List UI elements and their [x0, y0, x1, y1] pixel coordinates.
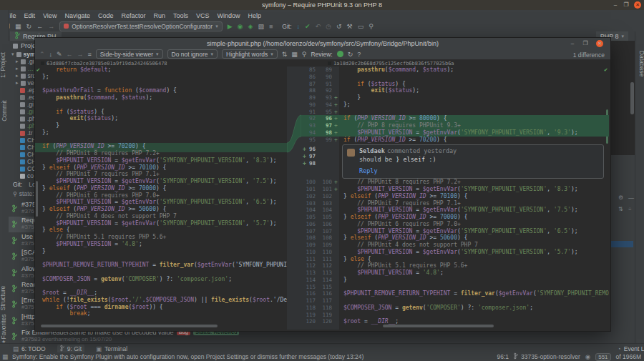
chevron-right-icon[interactable]: ▸ [16, 73, 19, 79]
run-anything-icon[interactable]: ▭ [358, 23, 364, 30]
viewer-select[interactable]: Side-by-side viewer▾ [96, 49, 163, 59]
chevron-down-icon[interactable]: ▾ [11, 51, 14, 57]
add-comment-icon[interactable]: + [334, 115, 338, 122]
run-configuration-select[interactable]: OptionsResolverTest.testResolveOptionCon… [59, 21, 223, 31]
add-comment-icon[interactable]: + [334, 129, 338, 137]
search-icon[interactable]: ⚲ [302, 51, 307, 58]
branch-widget[interactable]: 33735-option-resolver [514, 352, 580, 361]
tree-item[interactable]: .gi [20, 101, 34, 108]
refresh-icon[interactable]: ↻ [348, 51, 353, 58]
tree-item[interactable]: CH [20, 151, 36, 158]
chevron-right-icon[interactable]: ▸ [16, 80, 19, 86]
menu-item-code[interactable]: Code [98, 12, 114, 19]
notifications-icon[interactable]: ◉ [585, 353, 590, 360]
tree-item[interactable]: .ep [20, 86, 36, 94]
cursor-position[interactable]: 96:1 [497, 353, 509, 360]
save-icon[interactable]: ▦ [15, 23, 21, 30]
menu-item-refactor[interactable]: Refactor [121, 12, 145, 19]
reviewer-badge-icon[interactable] [337, 51, 343, 57]
run-icon[interactable]: ▶ [228, 23, 233, 30]
close-button[interactable]: × [634, 1, 641, 9]
add-comment-icon[interactable]: + [334, 137, 338, 144]
tree-item[interactable]: ▸ve [16, 79, 34, 86]
tool-tab-project[interactable]: 1: Project [0, 52, 6, 78]
tree-item[interactable]: CH [20, 158, 36, 165]
add-comment-icon[interactable]: + [334, 102, 338, 109]
tool-tab-structure[interactable]: Structure [0, 286, 6, 311]
menu-item-navigate[interactable]: Navigate [64, 12, 90, 19]
history-icon[interactable]: ◷ [326, 23, 331, 30]
menu-item-help[interactable]: Help [248, 12, 262, 19]
diff-minimize-button[interactable]: – [569, 40, 576, 47]
undo-icon[interactable]: ↺ [336, 23, 342, 30]
menu-item-edit[interactable]: Edit [24, 12, 36, 19]
minimize-button[interactable]: – [612, 1, 619, 9]
arrow-down-icon[interactable]: ↓ [49, 51, 53, 58]
collapse-icon[interactable]: ≡ [88, 51, 92, 58]
tree-item[interactable]: CH [20, 144, 36, 151]
highlight-select[interactable]: Highlight words▾ [222, 49, 278, 59]
memory-used[interactable]: 551 [595, 353, 610, 361]
tree-item[interactable]: .gi [20, 108, 34, 115]
expand-all-icon[interactable]: ⇅ [618, 206, 623, 212]
selected-log-row[interactable] [610, 241, 633, 247]
tree-item[interactable]: .ph [20, 122, 36, 129]
add-comment-icon[interactable]: + [334, 179, 338, 186]
arrow-left-icon[interactable]: ← [67, 51, 73, 58]
left-pane-hscrollbar[interactable] [41, 325, 218, 327]
back-icon[interactable]: ← [36, 23, 43, 30]
arrow-right-icon[interactable]: → [77, 51, 84, 58]
tree-item[interactable]: .tr [20, 129, 33, 137]
editor-scrollbar[interactable] [630, 82, 634, 114]
tool-tab-favorites[interactable]: Favorites [0, 315, 7, 340]
tree-item[interactable]: ▸.gi [16, 58, 34, 65]
diff-title-bar[interactable]: simple-phpunit.php (/home/lorenzo/dev/sy… [35, 38, 610, 49]
forward-icon[interactable]: → [48, 23, 54, 30]
add-comment-icon[interactable]: + [334, 94, 338, 102]
menu-item-tools[interactable]: Tools [173, 12, 188, 19]
chevron-down-icon[interactable]: ▾ [621, 34, 624, 39]
reply-link[interactable]: Reply [359, 167, 378, 174]
tool-window-terminal[interactable]: ▣ Terminal [96, 345, 127, 352]
stop-icon[interactable]: ■ [269, 23, 273, 30]
tool-tab-commit[interactable]: Commit [1, 100, 8, 121]
tool-tab-database[interactable]: Database [638, 51, 644, 76]
build-icon[interactable]: ⚒ [347, 23, 353, 30]
maximize-button[interactable]: ❐ [623, 1, 630, 9]
edit-icon[interactable]: ✎ [57, 51, 62, 58]
update-project-icon[interactable]: ↓ [297, 23, 301, 30]
sync-icon[interactable]: ↻ [26, 23, 32, 30]
profiler-icon[interactable]: ▧ [258, 23, 264, 30]
tree-item[interactable]: .ed [20, 94, 36, 101]
add-comment-icon[interactable]: + [334, 186, 338, 193]
help-icon[interactable]: ? [357, 51, 361, 58]
event-log-button[interactable]: ◔ Event Log [618, 345, 644, 352]
menu-item-vcs[interactable]: VCS [196, 12, 210, 19]
diff-close-button[interactable]: × [596, 40, 603, 47]
chevron-up-icon[interactable]: ⌃ [39, 51, 45, 58]
swap-sides-icon[interactable]: ⇅ [282, 51, 288, 58]
revert-icon[interactable]: ↶ [316, 23, 321, 30]
tool-window-switcher-icon[interactable]: ▦ [2, 353, 8, 360]
search-everywhere-icon[interactable]: ⚲ [369, 23, 374, 30]
tree-item[interactable]: co [20, 172, 34, 179]
debug-icon[interactable]: ◉ [238, 23, 243, 30]
status-message[interactable]: Symfony: Enable the Symfony Plugin with … [12, 353, 364, 360]
diff-maximize-button[interactable]: ❐ [582, 40, 589, 47]
tool-window-git[interactable]: 9: Git [57, 345, 84, 353]
chevron-right-icon[interactable]: ▸ [16, 66, 19, 71]
settings-grid-icon[interactable]: ▦ [291, 51, 298, 58]
tool-window-todo[interactable]: ▤ 6: TODO [13, 345, 46, 352]
ignore-select[interactable]: Do not ignore▾ [167, 49, 218, 59]
chevron-right-icon[interactable]: ▸ [16, 59, 19, 64]
split-icon[interactable]: ÷ [628, 206, 631, 212]
tree-item[interactable]: ▸src [16, 72, 36, 79]
gear-icon[interactable]: ⚙ [618, 194, 623, 201]
left-pane-scrollbar[interactable] [36, 181, 38, 217]
tree-item[interactable]: CH [20, 137, 36, 144]
tree-item[interactable]: .ph [20, 115, 36, 122]
add-comment-icon[interactable]: + [334, 122, 338, 129]
tree-item[interactable]: ▸… [16, 65, 34, 72]
add-comment-icon[interactable]: + [334, 109, 338, 116]
commit-icon[interactable]: ✔ [305, 23, 311, 30]
